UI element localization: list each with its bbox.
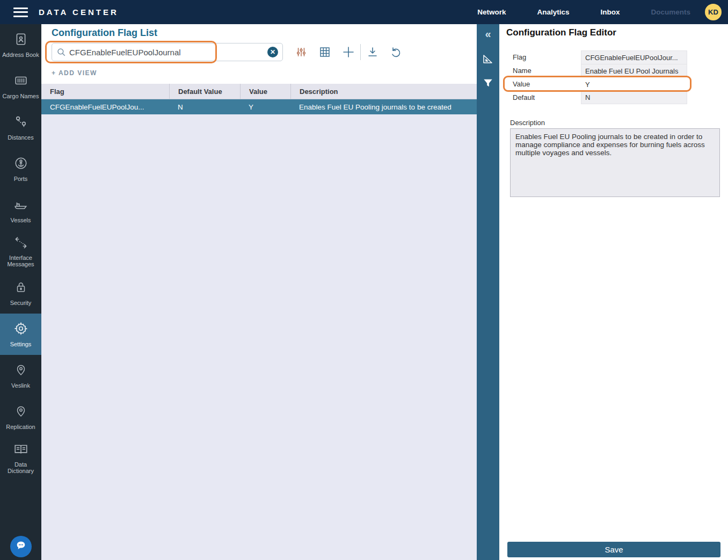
undo-icon[interactable] (384, 46, 408, 58)
anchor-icon (14, 156, 28, 172)
sidebar-item-replication[interactable]: Replication (0, 396, 41, 438)
clear-search-icon[interactable]: ✕ (267, 47, 278, 57)
field-row-name: Name Enable Fuel EU Pool Journals (499, 64, 728, 77)
sidebar-item-label: Veslink (2, 382, 40, 389)
sidebar-item-settings[interactable]: Settings (0, 314, 41, 355)
field-row-default: Default N (499, 91, 728, 104)
ship-icon (13, 198, 28, 214)
field-label: Default (499, 93, 581, 101)
open-book-icon (13, 443, 28, 458)
save-button[interactable]: Save (507, 542, 720, 557)
sidebar-item-label: Ports (2, 176, 40, 182)
chat-bubble-icon (15, 540, 27, 554)
chat-bubble-button[interactable] (10, 536, 32, 557)
sidebar-item-label: Distances (2, 134, 40, 141)
sidebar-item-label: Security (2, 300, 40, 306)
field-label: Name (499, 67, 581, 75)
field-row-flag: Flag CFGEnableFuelEUPoolJour... (499, 50, 728, 64)
sidebar-item-cargo-names[interactable]: Cargo Names (0, 66, 41, 107)
cargo-container-icon (14, 74, 28, 90)
location-pin-icon (14, 404, 27, 420)
nav-inbox[interactable]: Inbox (600, 8, 620, 16)
cell-value: Y (240, 99, 290, 114)
default-field: N (581, 91, 687, 104)
column-header-description[interactable]: Description (290, 84, 477, 99)
top-bar: DATA CENTER Network Analytics Inbox Docu… (0, 0, 728, 24)
sidebar-item-label: Cargo Names (2, 93, 40, 99)
list-panel-title: Configuration Flag List (52, 27, 157, 39)
download-icon[interactable] (361, 46, 384, 58)
collapse-panel-icon[interactable]: « (485, 27, 491, 40)
list-toolbar (289, 43, 408, 61)
nav-network[interactable]: Network (477, 8, 506, 16)
distances-icon (14, 115, 28, 131)
sidebar-item-address-book[interactable]: Address Book (0, 24, 41, 66)
description-label: Description (510, 119, 545, 127)
sidebar-item-label: Replication (2, 424, 40, 430)
configuration-flag-editor-panel: Configuration Flag Editor Flag CFGEnable… (499, 24, 728, 560)
column-header-flag[interactable]: Flag (41, 84, 169, 99)
lock-icon (14, 280, 27, 296)
filter-funnel-icon[interactable] (483, 78, 493, 89)
table-header-row: Flag Default Value Value Description (41, 84, 477, 99)
column-header-default-value[interactable]: Default Value (169, 84, 240, 99)
description-textarea[interactable]: Enables Fuel EU Pooling journals to be c… (510, 128, 720, 197)
filter-sliders-icon[interactable] (289, 46, 313, 58)
location-pin-icon (14, 363, 27, 379)
set-square-ruler-icon[interactable] (482, 53, 494, 65)
value-field[interactable]: Y (581, 77, 687, 91)
search-icon (56, 47, 66, 57)
field-label: Flag (499, 53, 581, 61)
search-box: ✕ (52, 43, 283, 61)
nav-documents[interactable]: Documents (651, 8, 690, 16)
address-book-icon (14, 32, 28, 48)
gear-icon (14, 322, 28, 338)
add-plus-icon[interactable] (337, 46, 360, 59)
top-nav: Network Analytics Inbox Documents (477, 8, 690, 16)
user-avatar[interactable]: KD (705, 4, 722, 20)
field-label: Value (499, 80, 581, 88)
cell-description: Enables Fuel EU Pooling journals to be c… (290, 99, 477, 114)
editor-fields: Flag CFGEnableFuelEUPoolJour... Name Ena… (499, 50, 728, 104)
name-field: Enable Fuel EU Pool Journals (581, 64, 687, 77)
hamburger-menu-icon[interactable] (13, 8, 28, 17)
app-title: DATA CENTER (39, 8, 119, 17)
sidebar-item-interface-messages[interactable]: Interface Messages (0, 231, 41, 272)
nav-analytics[interactable]: Analytics (537, 8, 569, 16)
panel-splitter: « (477, 24, 499, 560)
sidebar-item-vessels[interactable]: Vessels (0, 190, 41, 231)
configuration-flag-list-panel: Configuration Flag List ✕ (41, 24, 477, 560)
cell-flag: CFGEnableFuelEUPoolJou... (41, 99, 169, 114)
sidebar-item-distances[interactable]: Distances (0, 107, 41, 148)
cell-default-value: N (169, 99, 240, 114)
sidebar-item-label: Data Dictionary (2, 461, 40, 474)
add-view-link[interactable]: + ADD VIEW (52, 69, 97, 77)
search-input[interactable] (69, 48, 267, 57)
flag-field: CFGEnableFuelEUPoolJour... (581, 50, 687, 64)
table-grid-icon[interactable] (313, 46, 337, 58)
editor-panel-title: Configuration Flag Editor (506, 27, 616, 38)
sidebar-item-data-dictionary[interactable]: Data Dictionary (0, 438, 41, 479)
sidebar-item-ports[interactable]: Ports (0, 148, 41, 190)
sidebar-item-veslink[interactable]: Veslink (0, 355, 41, 396)
field-row-value: Value Y (499, 77, 728, 91)
sidebar-item-label: Interface Messages (2, 254, 40, 267)
sidebar-item-security[interactable]: Security (0, 272, 41, 314)
sidebar-item-label: Address Book (2, 52, 40, 58)
table-row[interactable]: CFGEnableFuelEUPoolJou... N Y Enables Fu… (41, 99, 477, 114)
exchange-arrows-icon (13, 236, 28, 251)
sidebar-item-label: Settings (2, 341, 40, 347)
flag-table: Flag Default Value Value Description CFG… (41, 84, 477, 560)
sidebar-item-label: Vessels (2, 217, 40, 223)
column-header-value[interactable]: Value (240, 84, 290, 99)
sidebar: Address Book Cargo Names Distances Ports (0, 24, 41, 560)
